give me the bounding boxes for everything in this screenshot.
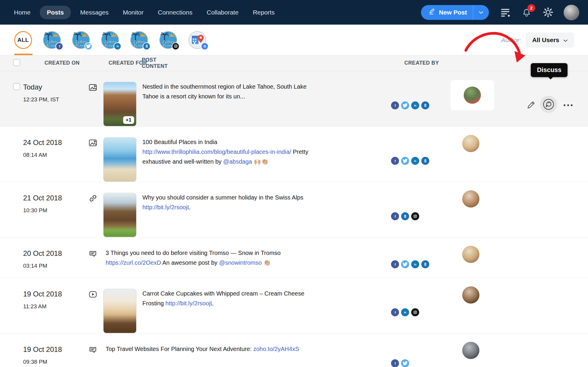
svg-text:in: in [404, 311, 406, 314]
company-icon [421, 157, 429, 165]
author-avatar [462, 190, 479, 208]
more-action-button[interactable] [561, 100, 575, 111]
more-images-badge: +1 [123, 116, 134, 124]
author-avatar [462, 286, 479, 304]
post-link[interactable]: @snowintromso [219, 259, 262, 266]
post-thumbnail[interactable] [103, 289, 136, 333]
navbar-right: New Post [421, 5, 579, 20]
nav-item-home[interactable]: Home [9, 6, 36, 19]
svg-text:in: in [116, 45, 119, 48]
author-avatar-box [451, 80, 494, 110]
svg-text:f: f [59, 44, 60, 48]
post-content-text: 100 Beautiful Places in India http://www… [142, 137, 313, 167]
post-link[interactable]: http://bit.ly/2rsoojL [166, 300, 214, 307]
feed-menu-icon[interactable] [500, 7, 510, 17]
instagram-icon [411, 308, 419, 316]
post-thumbnail[interactable]: +1 [103, 82, 136, 126]
post-time: 08:14 AM [23, 152, 88, 158]
post-row[interactable]: 20 Oct 201803:14 PM3 Things you need to … [0, 237, 588, 278]
post-link[interactable]: http://bit.ly/2rsoojL [142, 204, 190, 210]
post-content-text: Top Travel Websites For Planning Your Ne… [106, 344, 313, 354]
post-row[interactable]: Today12:23 PM, IST+1Nestled in the south… [0, 71, 588, 127]
image-post-icon [88, 138, 103, 148]
linkedin-icon: in [401, 308, 409, 316]
nav-item-collaborate[interactable]: Collaborate [202, 6, 244, 19]
top-navbar: HomePostsMessagesMonitorConnectionsColla… [0, 0, 588, 25]
nav-item-reports[interactable]: Reports [248, 6, 280, 19]
post-time: 09:38 PM [23, 359, 88, 365]
nav-item-monitor[interactable]: Monitor [118, 6, 149, 19]
video-post-icon [88, 289, 103, 299]
svg-text:in: in [414, 159, 417, 162]
notification-badge: 2 [527, 4, 535, 12]
discuss-tooltip-label: Discuss [537, 66, 561, 74]
company-icon [143, 42, 150, 50]
post-link[interactable]: zoho.to/2yAH4xS [253, 346, 299, 352]
instagram-icon [172, 42, 179, 50]
post-date: 20 Oct 2018 [23, 249, 88, 258]
new-post-dropdown-caret[interactable] [473, 5, 489, 20]
twitter-icon [401, 359, 409, 367]
new-post-button[interactable]: New Post [421, 5, 473, 20]
post-time: 11:23 AM [23, 303, 88, 310]
filter-account-instagram[interactable]: ZylkerTravel [159, 31, 177, 49]
author-filter: Author: All Users [501, 33, 574, 47]
filter-account-google[interactable]: G [188, 31, 206, 49]
post-time: 10:30 PM [23, 207, 88, 214]
facebook-icon: f [391, 359, 399, 367]
user-avatar[interactable] [564, 5, 579, 20]
created-for-networks: f [386, 182, 442, 237]
discuss-tooltip: Discuss [531, 63, 568, 77]
post-content-text: Nestled in the southernmost region of La… [142, 82, 313, 101]
post-link[interactable]: http://www.thrillophilia.com/blog/beauti… [142, 149, 291, 155]
row-checkbox[interactable] [13, 83, 20, 90]
twitter-icon [401, 260, 409, 268]
post-thumbnail[interactable] [103, 193, 136, 237]
filter-all[interactable]: ALL [14, 31, 32, 49]
post-date: 21 Oct 2018 [23, 194, 88, 202]
post-row[interactable]: 19 Oct 201811:23 AMCarrot Cake Cupcakes … [0, 278, 588, 334]
nav-item-connections[interactable]: Connections [153, 6, 198, 19]
linkedin-icon: in [411, 260, 419, 268]
post-content-text: Carrot Cake Cupcakes with Whipped cream … [142, 289, 313, 308]
channel-filter-bar: ALL ZylkerTravelfZylkerTravelZylkerTrave… [0, 25, 588, 55]
facebook-icon: f [391, 212, 399, 220]
notifications-bell-icon[interactable]: 2 [522, 7, 532, 17]
svg-text:”: ” [548, 102, 550, 106]
facebook-icon: f [391, 157, 399, 165]
nav-item-posts[interactable]: Posts [40, 6, 71, 19]
google-icon: G [201, 42, 209, 50]
post-time: 12:23 PM, IST [23, 96, 88, 103]
link-post-icon [88, 193, 103, 203]
post-row[interactable]: 19 Oct 201809:38 PMTop Travel Websites F… [0, 334, 588, 367]
settings-gear-icon[interactable] [543, 7, 553, 17]
post-row[interactable]: 24 Oct 201808:14 AM100 Beautiful Places … [0, 127, 588, 182]
filter-account-twitter[interactable]: ZylkerTravel [72, 31, 90, 49]
company-icon [421, 260, 429, 268]
filter-account-linkedin[interactable]: ZylkerTravelin [101, 31, 119, 49]
nav-item-messages[interactable]: Messages [75, 6, 114, 19]
chevron-down-icon [479, 10, 483, 15]
svg-text:f: f [395, 362, 396, 365]
new-post-button-group: New Post [421, 5, 489, 20]
post-date: 19 Oct 2018 [23, 290, 88, 298]
post-thumbnail[interactable] [103, 137, 136, 182]
post-link[interactable]: @absdaga [223, 158, 252, 165]
author-avatar [464, 87, 481, 104]
author-dropdown[interactable]: All Users [526, 33, 574, 47]
edit-action-button[interactable] [525, 100, 536, 111]
facebook-icon: f [55, 42, 63, 50]
filter-account-facebook[interactable]: ZylkerTravelf [43, 31, 61, 49]
status-post-icon [88, 249, 103, 259]
post-row[interactable]: 21 Oct 201810:30 PMWhy you should consid… [0, 182, 588, 237]
svg-text:f: f [395, 214, 396, 218]
status-post-icon [88, 345, 103, 355]
post-link[interactable]: https://zurl.co/2OexD [106, 259, 161, 266]
author-avatar [462, 246, 479, 263]
filter-account-company[interactable]: ZylkerTravel [130, 31, 148, 49]
chevron-down-icon [563, 36, 568, 44]
post-time: 03:14 PM [23, 263, 88, 269]
discuss-action-button[interactable]: ” [540, 96, 557, 113]
author-label: Author: [501, 36, 521, 44]
select-all-checkbox[interactable] [13, 59, 20, 66]
